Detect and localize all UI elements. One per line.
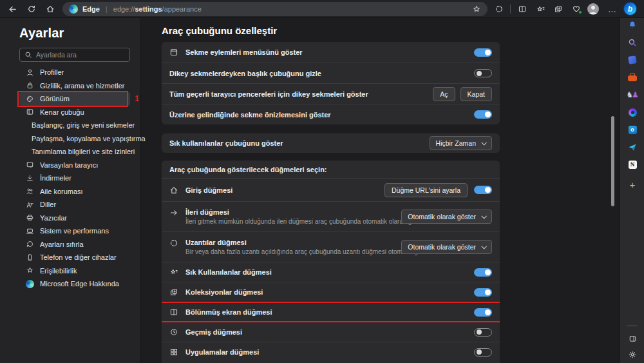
collections-icon[interactable] [551,3,565,15]
reset-icon [26,240,34,248]
address-bar[interactable]: Edge | edge://settings/appearance [62,2,488,16]
gear-icon[interactable] [620,348,644,361]
favorites-button-toggle[interactable] [474,268,492,277]
collections-button-toggle[interactable] [474,288,492,297]
chevron-down-icon [481,213,486,219]
sidebar-item-languages[interactable]: Diller [19,198,130,211]
url-text[interactable]: edge://settings/appearance [113,5,202,13]
sidebar-item-privacy[interactable]: Gizlilik, arama ve hizmetler [19,79,130,93]
home-icon [169,186,178,195]
sidebar-item-sidebar[interactable]: Kenar çubuğu [19,106,130,119]
add-favorite-icon[interactable] [472,5,481,14]
appearance-icon [26,95,34,103]
set-button-url-button[interactable]: Düğme URL'sini ayarla [384,183,468,197]
collections-icon [169,288,178,297]
settings-menu-icon[interactable]: … [606,2,619,16]
phone-icon [26,253,34,262]
close-button[interactable]: Kapat [460,87,492,101]
sidebar-item-accessibility[interactable]: Erişilebilirlik [19,264,130,278]
browser-essentials-icon[interactable] [569,3,583,15]
outlook-icon[interactable]: o [620,123,644,136]
tab-actions-toggle[interactable] [474,48,492,57]
sidebar-item-printers[interactable]: Yazıcılar [19,211,130,225]
favorites-icon[interactable] [533,3,547,15]
search-icon [24,51,32,59]
apps-grid-icon [169,348,178,357]
row-forward-button: İleri düğmesi İleri gitmek mümkün olduğu… [162,201,500,231]
browser-toolbar: Edge | edge://settings/appearance … b [0,0,644,18]
row-favorites-button: Sık Kullanılanlar düğmesi [162,262,500,282]
settings-search-box[interactable] [19,48,130,62]
address-separator: | [106,5,108,13]
default-browser-icon [26,161,34,169]
sidebar-item-family[interactable]: Aile koruması [19,185,130,199]
row-home-button: Giriş düğmesi Düğme URL'sini ayarla [162,178,500,201]
tab-preview-toggle[interactable] [474,110,492,119]
sidebar-toggle-icon[interactable] [620,332,644,345]
accessibility-icon [26,266,34,275]
tag-icon[interactable] [620,54,644,66]
toolbar-options-card: Sekme eylemleri menüsünü göster Dikey se… [162,42,500,124]
bing-copilot-icon[interactable]: b [623,2,637,15]
search-icon[interactable] [620,36,644,49]
favorites-star-icon [169,268,178,277]
history-button-toggle[interactable] [474,328,492,337]
toolbar-buttons-card: Araç çubuğunda gösterilecek düğmeleri se… [162,161,500,363]
row-favorites-bar: Sık kullanılanlar çubuğunu göster Hiçbir… [162,133,500,153]
microsoft365-icon[interactable] [620,106,644,119]
split-screen-icon [169,308,178,317]
notion-icon[interactable]: N [620,158,644,171]
sidebar-item-profiles[interactable]: Profiller [19,66,130,79]
row-apps-button: Uygulamalar düğmesi [162,342,500,362]
sidebar-item-share-copy-paste[interactable]: Paylaşma, kopyalama ve yapıştırma [19,132,130,146]
favorites-bar-dropdown[interactable]: Hiçbir Zaman [430,136,492,150]
rail-divider [627,326,638,326]
row-vertical-tabs-all-windows: Tüm geçerli tarayıcı pencereleri için di… [162,83,500,104]
back-button[interactable] [5,3,19,15]
sidebar-item-phone[interactable]: Telefon ve diğer cihazlar [19,251,130,264]
search-input[interactable] [36,51,125,59]
notifications-bell-icon[interactable] [620,19,644,32]
history-icon [169,328,178,337]
settings-content: Araç çubuğunu özelleştir Sekme eylemleri… [141,18,620,363]
split-screen-icon[interactable] [515,3,529,15]
add-to-sidebar-plus-icon[interactable]: + [620,178,644,191]
split-screen-button-toggle[interactable] [474,308,492,317]
row-history-button: Geçmiş düğmesi [162,322,500,342]
games-chess-icon[interactable]: ♞♟ [620,88,644,101]
scrollbar-thumb[interactable] [611,116,614,206]
forward-button-dropdown[interactable]: Otomatik olarak göster [401,210,492,224]
edge-favicon-icon [69,5,78,14]
extensions-icon[interactable] [492,3,506,15]
profile-avatar[interactable] [587,3,599,15]
favorites-bar-card: Sık kullanılanlar çubuğunu göster Hiçbir… [162,133,500,153]
sidebar-item-reset[interactable]: Ayarları sıfırla [19,238,130,251]
row-extensions-button: Uzantılar düğmesi Bir veya daha fazla uz… [162,231,500,262]
home-button-toggle[interactable] [474,186,492,194]
sidebar-item-cookies[interactable]: Tanımlama bilgileri ve site izinleri [19,145,130,159]
sidebar-item-default-browser[interactable]: Varsayılan tarayıcı [19,159,130,172]
apps-button-toggle[interactable] [474,348,492,357]
sidebar-item-startup[interactable]: Başlangıç, giriş ve yeni sekmeler [19,119,130,132]
essentials-status-dot [578,10,582,14]
download-icon [26,174,34,182]
edge-sidebar-rail: ♞♟ o N + [620,18,644,363]
drop-paper-plane-icon[interactable] [620,141,644,153]
home-button[interactable] [43,3,57,15]
settings-sidebar: Ayarlar Profiller Gizlilik, arama ve hiz… [0,18,140,363]
extensions-button-dropdown[interactable]: Otomatik olarak göster [401,240,492,254]
sidebar-item-downloads[interactable]: İndirmeler [19,172,130,185]
open-button[interactable]: Aç [433,87,455,101]
refresh-button[interactable] [24,3,39,15]
row-tab-preview: Üzerine gelindiğinde sekme önizlemesini … [162,104,500,124]
hide-title-bar-toggle[interactable] [474,69,492,77]
buttons-section-header: Araç çubuğunda gösterilecek düğmeleri se… [162,161,500,178]
settings-title: Ayarlar [19,26,64,41]
sidebar-item-about-edge[interactable]: Microsoft Edge Hakkında [19,277,130,291]
printer-icon [26,213,34,222]
row-hide-title-bar: Dikey sekmelerdeyken başlık çubuğunu giz… [162,63,500,83]
toolbox-icon[interactable] [620,71,644,84]
sidebar-item-appearance[interactable]: Görünüm 1 [19,92,130,106]
family-icon [26,187,34,195]
sidebar-item-system[interactable]: Sistem ve performans [19,224,130,238]
